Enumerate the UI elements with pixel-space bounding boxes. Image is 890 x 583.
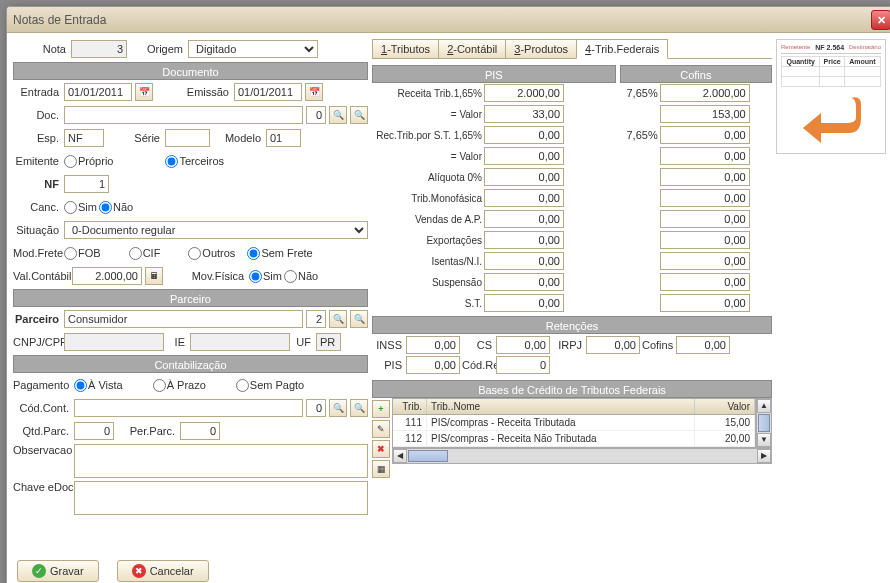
cofins-row-field[interactable] (660, 126, 750, 144)
valcontabil-field[interactable] (72, 267, 142, 285)
serie-label: Série (107, 132, 162, 144)
pis-row-field[interactable] (484, 273, 564, 291)
cofins-row-field[interactable] (660, 231, 750, 249)
pis-row-field[interactable] (484, 252, 564, 270)
table-row[interactable]: 111PIS/compras - Receita Tributada15,00 (393, 415, 755, 431)
emissao-field[interactable] (234, 83, 302, 101)
delete-icon[interactable]: ✖ (372, 440, 390, 458)
uf-label: UF (293, 336, 313, 348)
documento-header: Documento (13, 62, 368, 80)
cofins-row-field[interactable] (660, 84, 750, 102)
calculator-icon[interactable]: 🖩 (145, 267, 163, 285)
calendar-icon[interactable]: 📅 (305, 83, 323, 101)
ret-field[interactable] (676, 336, 730, 354)
codcont-label: Cód.Cont. (13, 402, 71, 414)
esp-label: Esp. (13, 132, 61, 144)
bases-grid[interactable]: Trib. Trib..Nome Valor 111PIS/compras - … (392, 398, 756, 448)
ret-label: IRPJ (552, 339, 584, 351)
parceiro-field[interactable] (64, 310, 303, 328)
cofins-row-field[interactable] (660, 147, 750, 165)
ret-field[interactable] (406, 356, 460, 374)
cofins-row-field[interactable] (660, 189, 750, 207)
cofins-row-field[interactable] (660, 294, 750, 312)
retencoes-header: Retenções (372, 316, 772, 334)
situacao-select[interactable]: 0-Documento regular (64, 221, 368, 239)
pis-row-field[interactable] (484, 210, 564, 228)
pis-row-label: Rec.Trib.por S.T. 1,65% (372, 130, 482, 141)
pis-row-label: Exportações (372, 235, 482, 246)
search-icon[interactable]: 🔍 (350, 106, 368, 124)
search-icon[interactable]: 🔍 (329, 399, 347, 417)
pis-row-field[interactable] (484, 84, 564, 102)
arrow-icon (801, 93, 861, 143)
search-icon[interactable]: 🔍 (350, 399, 368, 417)
bases-header: Bases de Crédito de Tributos Federais (372, 380, 772, 398)
pis-row-field[interactable] (484, 168, 564, 186)
cofins-row-field[interactable] (660, 273, 750, 291)
perparc-field[interactable] (180, 422, 220, 440)
col-valor: Valor (695, 399, 755, 414)
modelo-field[interactable] (266, 129, 301, 147)
nf-field[interactable] (64, 175, 109, 193)
canc-radio-group[interactable]: Sim Não (64, 201, 133, 214)
doc-field[interactable] (64, 106, 303, 124)
ret-field[interactable] (496, 356, 550, 374)
search-icon[interactable]: 🔍 (329, 310, 347, 328)
parceiro-code-field[interactable] (306, 310, 326, 328)
pis-row-field[interactable] (484, 231, 564, 249)
cancelar-button[interactable]: ✖Cancelar (117, 560, 209, 582)
cofins-row-field[interactable] (660, 210, 750, 228)
modfrete-label: Mod.Frete (13, 247, 61, 259)
chave-textarea[interactable] (74, 481, 368, 515)
col-trib: Trib. (393, 399, 427, 414)
doc-code-field[interactable] (306, 106, 326, 124)
movfisica-label: Mov.Física (166, 270, 246, 282)
emitente-radio-group[interactable]: Próprio Terceiros (64, 155, 224, 168)
qtdparc-field[interactable] (74, 422, 114, 440)
ret-field[interactable] (496, 336, 550, 354)
calendar-icon[interactable]: 📅 (135, 83, 153, 101)
ret-label: Cód.Ret. (462, 359, 494, 371)
pis-row-field[interactable] (484, 294, 564, 312)
tab-tributos[interactable]: 11-Tributos-Tributos (372, 39, 439, 58)
cofins-row-field[interactable] (660, 105, 750, 123)
qtdparc-label: Qtd.Parc. (13, 425, 71, 437)
doc-label: Doc. (13, 109, 61, 121)
obs-textarea[interactable] (74, 444, 368, 478)
ret-field[interactable] (406, 336, 460, 354)
tab-produtos[interactable]: 3-Produtos (505, 39, 577, 58)
movfisica-radio-group[interactable]: Sim Não (249, 270, 318, 283)
pis-row-field[interactable] (484, 189, 564, 207)
title-bar: Notas de Entrada ✕ (7, 7, 890, 33)
cofins-row-field[interactable] (660, 252, 750, 270)
add-icon[interactable]: + (372, 400, 390, 418)
scrollbar-vertical[interactable]: ▲▼ (756, 398, 772, 448)
codcont-field[interactable] (74, 399, 303, 417)
tab-bar: 11-Tributos-Tributos 2-Contábil 3-Produt… (372, 39, 772, 59)
tab-trib-federais[interactable]: 4-Trib.Federais (576, 39, 668, 59)
origem-select[interactable]: Digitado (188, 40, 318, 58)
modfrete-radio-group[interactable]: FOB CIF Outros Sem Frete (64, 247, 313, 260)
cofins-row-label: 7,65% (620, 129, 658, 141)
search-icon[interactable]: 🔍 (350, 310, 368, 328)
ret-label: CS (462, 339, 494, 351)
serie-field[interactable] (165, 129, 210, 147)
edit-icon[interactable]: ✎ (372, 420, 390, 438)
cofins-row-field[interactable] (660, 168, 750, 186)
pis-row-label: = Valor (372, 151, 482, 162)
grid-icon[interactable]: ▦ (372, 460, 390, 478)
close-button[interactable]: ✕ (871, 10, 890, 30)
table-row[interactable]: 112PIS/compras - Receita Não Tributada20… (393, 431, 755, 447)
pis-row-field[interactable] (484, 126, 564, 144)
esp-field[interactable] (64, 129, 104, 147)
ret-field[interactable] (586, 336, 640, 354)
search-icon[interactable]: 🔍 (329, 106, 347, 124)
codcont-code-field[interactable] (306, 399, 326, 417)
pis-row-field[interactable] (484, 147, 564, 165)
scrollbar-horizontal[interactable]: ◀▶ (392, 448, 772, 464)
tab-contabil[interactable]: 2-Contábil (438, 39, 506, 58)
gravar-button[interactable]: ✓Gravar (17, 560, 99, 582)
entrada-field[interactable] (64, 83, 132, 101)
pis-row-field[interactable] (484, 105, 564, 123)
pagamento-radio-group[interactable]: À Vista À Prazo Sem Pagto (74, 379, 304, 392)
